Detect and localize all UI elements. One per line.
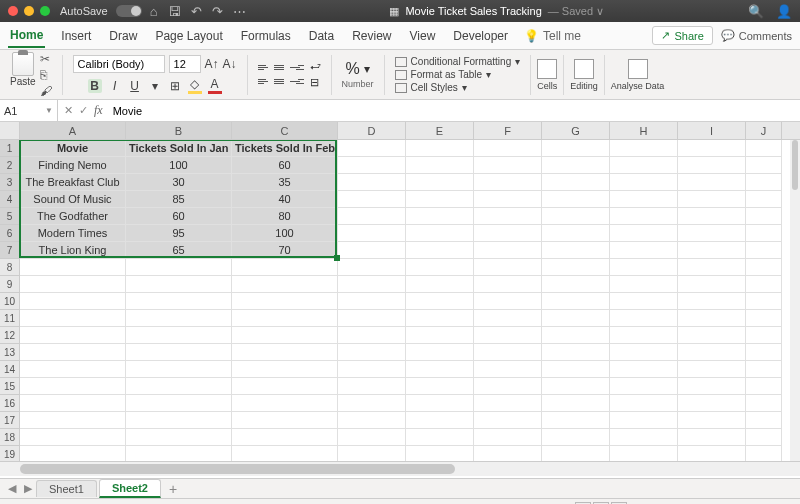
row-header-13[interactable]: 13	[0, 344, 19, 361]
conditional-formatting-button[interactable]: Conditional Formatting▾	[395, 56, 521, 67]
cell-E6[interactable]	[406, 225, 474, 242]
tab-home[interactable]: Home	[8, 24, 45, 48]
cell-B17[interactable]	[126, 412, 232, 429]
cell-C11[interactable]	[232, 310, 338, 327]
cell-A12[interactable]	[20, 327, 126, 344]
cell-E17[interactable]	[406, 412, 474, 429]
col-header-C[interactable]: C	[232, 122, 338, 139]
cell-B7[interactable]: 65	[126, 242, 232, 259]
cell-E4[interactable]	[406, 191, 474, 208]
format-as-table-button[interactable]: Format as Table▾	[395, 69, 521, 80]
cell-G5[interactable]	[542, 208, 610, 225]
cell-I18[interactable]	[678, 429, 746, 446]
cells-grid[interactable]: MovieTickets Sold In JanTickets Sold In …	[20, 140, 800, 461]
cell-D14[interactable]	[338, 361, 406, 378]
increase-font-icon[interactable]: A↑	[205, 57, 219, 71]
cell-A6[interactable]: Modern Times	[20, 225, 126, 242]
cell-I13[interactable]	[678, 344, 746, 361]
cell-B18[interactable]	[126, 429, 232, 446]
row-header-12[interactable]: 12	[0, 327, 19, 344]
cell-F5[interactable]	[474, 208, 542, 225]
cell-I3[interactable]	[678, 174, 746, 191]
col-header-F[interactable]: F	[474, 122, 542, 139]
cell-J14[interactable]	[746, 361, 782, 378]
cell-D7[interactable]	[338, 242, 406, 259]
copy-icon[interactable]: ⎘	[40, 68, 52, 82]
cell-D4[interactable]	[338, 191, 406, 208]
cell-G12[interactable]	[542, 327, 610, 344]
row-header-4[interactable]: 4	[0, 191, 19, 208]
tab-page-layout[interactable]: Page Layout	[153, 25, 224, 47]
cell-J16[interactable]	[746, 395, 782, 412]
cell-C14[interactable]	[232, 361, 338, 378]
col-header-B[interactable]: B	[126, 122, 232, 139]
cell-I19[interactable]	[678, 446, 746, 461]
horizontal-scrollbar[interactable]	[0, 461, 800, 476]
cut-icon[interactable]: ✂	[40, 52, 52, 66]
underline-dropdown-icon[interactable]: ▾	[148, 79, 162, 93]
font-name-select[interactable]	[73, 55, 165, 73]
cell-A5[interactable]: The Godfather	[20, 208, 126, 225]
tab-formulas[interactable]: Formulas	[239, 25, 293, 47]
font-color-button[interactable]: A	[208, 77, 222, 94]
cell-C19[interactable]	[232, 446, 338, 461]
cell-H4[interactable]	[610, 191, 678, 208]
cell-C18[interactable]	[232, 429, 338, 446]
home-icon[interactable]: ⌂	[150, 4, 158, 19]
cell-H7[interactable]	[610, 242, 678, 259]
vertical-scrollbar[interactable]	[790, 140, 800, 461]
cell-F15[interactable]	[474, 378, 542, 395]
cell-J18[interactable]	[746, 429, 782, 446]
cell-C9[interactable]	[232, 276, 338, 293]
sheet-tab-2[interactable]: Sheet2	[99, 479, 161, 498]
cell-G13[interactable]	[542, 344, 610, 361]
row-header-8[interactable]: 8	[0, 259, 19, 276]
row-header-3[interactable]: 3	[0, 174, 19, 191]
cell-D3[interactable]	[338, 174, 406, 191]
cell-J17[interactable]	[746, 412, 782, 429]
cell-E18[interactable]	[406, 429, 474, 446]
cell-C13[interactable]	[232, 344, 338, 361]
cell-F8[interactable]	[474, 259, 542, 276]
cell-C8[interactable]	[232, 259, 338, 276]
cell-I11[interactable]	[678, 310, 746, 327]
row-header-18[interactable]: 18	[0, 429, 19, 446]
cell-A17[interactable]	[20, 412, 126, 429]
cell-B10[interactable]	[126, 293, 232, 310]
cell-H8[interactable]	[610, 259, 678, 276]
col-header-H[interactable]: H	[610, 122, 678, 139]
cell-I4[interactable]	[678, 191, 746, 208]
cell-F17[interactable]	[474, 412, 542, 429]
cell-F19[interactable]	[474, 446, 542, 461]
cell-G15[interactable]	[542, 378, 610, 395]
cell-E11[interactable]	[406, 310, 474, 327]
search-icon[interactable]: 🔍	[748, 4, 764, 19]
cell-C3[interactable]: 35	[232, 174, 338, 191]
cell-B1[interactable]: Tickets Sold In Jan	[126, 140, 232, 157]
undo-icon[interactable]: ↶	[191, 4, 202, 19]
cell-D19[interactable]	[338, 446, 406, 461]
cell-B2[interactable]: 100	[126, 157, 232, 174]
cell-H1[interactable]	[610, 140, 678, 157]
cell-F4[interactable]	[474, 191, 542, 208]
cell-B4[interactable]: 85	[126, 191, 232, 208]
comments-button[interactable]: 💬Comments	[721, 29, 792, 42]
cell-G10[interactable]	[542, 293, 610, 310]
cell-E9[interactable]	[406, 276, 474, 293]
cell-G16[interactable]	[542, 395, 610, 412]
cell-B16[interactable]	[126, 395, 232, 412]
cell-I17[interactable]	[678, 412, 746, 429]
cell-A8[interactable]	[20, 259, 126, 276]
cell-I12[interactable]	[678, 327, 746, 344]
tab-insert[interactable]: Insert	[59, 25, 93, 47]
cell-G2[interactable]	[542, 157, 610, 174]
cell-H16[interactable]	[610, 395, 678, 412]
font-size-select[interactable]	[169, 55, 201, 73]
tab-view[interactable]: View	[408, 25, 438, 47]
cell-E8[interactable]	[406, 259, 474, 276]
cell-I14[interactable]	[678, 361, 746, 378]
cell-E3[interactable]	[406, 174, 474, 191]
cell-B3[interactable]: 30	[126, 174, 232, 191]
tab-data[interactable]: Data	[307, 25, 336, 47]
cell-D18[interactable]	[338, 429, 406, 446]
